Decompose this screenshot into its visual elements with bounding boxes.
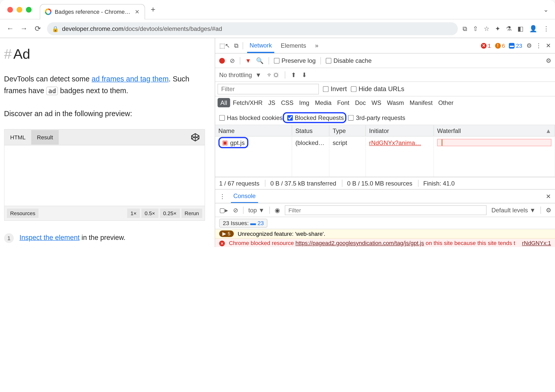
- invert-checkbox[interactable]: Invert: [323, 85, 347, 93]
- embed-zoom-1x[interactable]: 1×: [127, 209, 140, 218]
- close-window-button[interactable]: [7, 7, 13, 12]
- embed-preview-canvas: [4, 145, 204, 206]
- console-drawer-menu-icon[interactable]: ⋮: [219, 193, 225, 200]
- col-waterfall[interactable]: Waterfall▲: [434, 125, 555, 136]
- minimize-window-button[interactable]: [17, 7, 22, 12]
- live-expression-icon[interactable]: ◉: [275, 206, 280, 214]
- issues-count-badge[interactable]: ▬23: [509, 42, 522, 49]
- side-panel-icon[interactable]: ◧: [517, 25, 524, 32]
- tab-elements[interactable]: Elements: [278, 38, 308, 53]
- disable-cache-checkbox[interactable]: Disable cache: [326, 57, 372, 64]
- close-drawer-icon[interactable]: ✕: [546, 193, 551, 200]
- url-text: developer.chrome.com/docs/devtools/eleme…: [62, 25, 222, 32]
- filter-type-img[interactable]: Img: [296, 98, 312, 107]
- error-count-badge[interactable]: ✕1: [481, 42, 491, 49]
- chrome-favicon-icon: [45, 8, 51, 15]
- third-party-checkbox[interactable]: 3rd-party requests: [348, 114, 405, 121]
- forward-button[interactable]: →: [19, 24, 28, 33]
- tab-console[interactable]: Console: [231, 190, 258, 203]
- hide-data-urls-checkbox[interactable]: Hide data URLs: [351, 85, 404, 93]
- import-har-icon[interactable]: ⬆: [291, 71, 296, 79]
- clear-icon[interactable]: ⊘: [230, 57, 235, 64]
- network-settings-gear-icon[interactable]: ⚙: [546, 57, 551, 64]
- filter-type-js[interactable]: JS: [266, 98, 278, 107]
- filter-type-all[interactable]: All: [218, 98, 230, 107]
- bookmark-icon[interactable]: ☆: [484, 25, 489, 32]
- preserve-log-checkbox[interactable]: Preserve log: [274, 57, 316, 64]
- address-bar[interactable]: 🔒 developer.chrome.com/docs/devtools/ele…: [47, 22, 458, 35]
- col-type[interactable]: Type: [329, 125, 366, 136]
- inspect-icon[interactable]: ⬚↖: [219, 42, 230, 49]
- col-initiator[interactable]: Initiator: [366, 125, 434, 136]
- settings-gear-icon[interactable]: ⚙: [526, 42, 532, 49]
- console-filter-input[interactable]: [285, 205, 486, 215]
- embed-zoom-05x[interactable]: 0.5×: [141, 209, 158, 218]
- share-icon[interactable]: ⇧: [473, 25, 478, 32]
- context-select[interactable]: top ▼: [248, 206, 264, 213]
- reload-button[interactable]: ⟳: [33, 24, 42, 33]
- filter-type-css[interactable]: CSS: [278, 98, 296, 107]
- embed-zoom-025x[interactable]: 0.25×: [160, 209, 180, 218]
- discover-paragraph: Discover an ad in the following preview:: [4, 108, 205, 120]
- profile-icon[interactable]: 👤: [529, 25, 537, 32]
- codepen-logo-icon[interactable]: [186, 130, 204, 145]
- tab-overflow-icon[interactable]: ⌄: [543, 6, 549, 13]
- col-status[interactable]: Status: [292, 125, 329, 136]
- throttling-select[interactable]: No throttling ▼: [219, 71, 261, 78]
- extensions-icon[interactable]: ✦: [495, 25, 500, 32]
- maximize-window-button[interactable]: [26, 7, 32, 12]
- filter-funnel-icon[interactable]: ▼: [245, 57, 251, 64]
- filter-type-doc[interactable]: Doc: [352, 98, 369, 107]
- labs-icon[interactable]: ⚗: [506, 25, 512, 32]
- toolbar: ← → ⟳ 🔒 developer.chrome.com/docs/devtoo…: [0, 19, 555, 38]
- console-settings-gear-icon[interactable]: ⚙: [546, 206, 551, 214]
- filter-type-manifest[interactable]: Manifest: [407, 98, 435, 107]
- tab-close-icon[interactable]: ✕: [135, 8, 140, 15]
- request-row[interactable]: ▣gpt.js (blocked… script rNdGNYx?anima…: [215, 137, 555, 149]
- blocked-url-link[interactable]: https://pagead2.googlesyndication.com/ta…: [295, 240, 424, 246]
- filter-type-media[interactable]: Media: [312, 98, 334, 107]
- kebab-menu-icon[interactable]: ⋮: [536, 42, 542, 49]
- embed-resources-button[interactable]: Resources: [7, 209, 39, 218]
- anchor-hash-icon[interactable]: #: [4, 46, 12, 62]
- traffic-lights: [0, 7, 32, 12]
- filter-type-wasm[interactable]: Wasm: [384, 98, 407, 107]
- record-button[interactable]: [219, 58, 225, 63]
- blocked-requests-checkbox[interactable]: Blocked Requests: [287, 114, 344, 121]
- browser-tab[interactable]: Badges reference - Chrome De ✕: [40, 4, 145, 19]
- embed-rerun-button[interactable]: Rerun: [181, 209, 202, 218]
- search-icon[interactable]: 🔍: [256, 57, 264, 64]
- error-source-link[interactable]: rNdGNYx:1: [522, 240, 551, 247]
- device-toggle-icon[interactable]: ⧉: [234, 42, 238, 49]
- has-blocked-cookies-checkbox[interactable]: Has blocked cookies: [219, 114, 283, 121]
- tab-overflow-icon[interactable]: »: [312, 38, 321, 53]
- initiator-link[interactable]: rNdGNYx?anima…: [369, 139, 421, 146]
- ad-frames-link[interactable]: ad frames and tag them: [92, 75, 169, 83]
- console-error-row[interactable]: ✕ Chrome blocked resource https://pagead…: [215, 239, 555, 247]
- new-tab-button[interactable]: +: [151, 5, 155, 14]
- issues-button[interactable]: 23 Issues: ▬ 23: [219, 218, 268, 227]
- filter-input[interactable]: [218, 84, 319, 94]
- console-sidebar-toggle-icon[interactable]: ▢▸: [219, 206, 228, 214]
- embed-tab-html[interactable]: HTML: [4, 130, 31, 145]
- col-name[interactable]: Name: [215, 125, 292, 136]
- network-conditions-icon[interactable]: ᯤ⚙: [267, 71, 279, 78]
- filter-type-fetchxhr[interactable]: Fetch/XHR: [230, 98, 266, 107]
- close-devtools-icon[interactable]: ✕: [546, 42, 551, 49]
- filter-type-font[interactable]: Font: [334, 98, 352, 107]
- filter-type-ws[interactable]: WS: [369, 98, 384, 107]
- warning-count-badge[interactable]: !6: [495, 42, 505, 49]
- embed-tab-result[interactable]: Result: [31, 130, 58, 145]
- filter-type-other[interactable]: Other: [436, 98, 456, 107]
- error-indicator-icon[interactable]: ⧉: [463, 25, 467, 32]
- clear-console-icon[interactable]: ⊘: [233, 206, 238, 214]
- export-har-icon[interactable]: ⬇: [302, 71, 307, 79]
- log-levels-select[interactable]: Default levels ▼: [491, 206, 536, 213]
- lock-icon[interactable]: 🔒: [52, 25, 59, 32]
- inspect-element-link[interactable]: Inspect the element: [19, 234, 79, 241]
- menu-icon[interactable]: ⋮: [543, 25, 549, 32]
- back-button[interactable]: ←: [6, 24, 15, 33]
- window-titlebar: Badges reference - Chrome De ✕ + ⌄: [0, 0, 555, 19]
- tab-network[interactable]: Network: [247, 38, 274, 53]
- console-warning-row[interactable]: ▶ 5 Unrecognized feature: 'web-share'.: [215, 229, 555, 239]
